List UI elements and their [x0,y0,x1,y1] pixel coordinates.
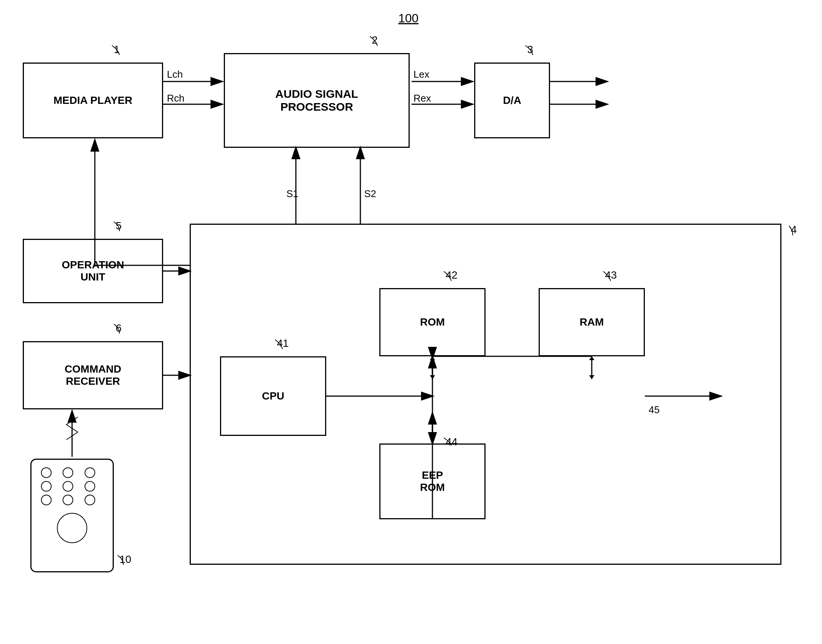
ram-block: RAM [539,288,645,356]
ref-42: 42 [446,269,457,281]
ram-label: RAM [580,316,604,328]
ref-6: 6 [116,322,122,334]
diagram-title: 100 [398,11,418,25]
eeprom-block: EEP ROM [379,443,486,519]
ref-10: 10 [119,553,131,566]
svg-text:Rch: Rch [167,92,184,104]
rom-block: ROM [379,288,486,356]
da-block: D/A [474,63,550,138]
cpu-label: CPU [262,390,284,402]
audio-signal-processor-block: AUDIO SIGNAL PROCESSOR [224,53,410,148]
media-player-block: MEDIA PLAYER [23,63,163,138]
svg-text:Lch: Lch [167,69,183,80]
svg-text:Lex: Lex [413,69,429,80]
command-receiver-block: COMMAND RECEIVER [23,341,163,409]
svg-text:S1: S1 [286,188,299,199]
eeprom-label: EEP ROM [420,469,445,494]
ref-41: 41 [277,337,289,349]
ref-1: 1 [114,44,120,56]
rom-label: ROM [420,316,445,328]
operation-unit-label: OPERATION UNIT [62,259,124,283]
remote-control [30,459,114,572]
media-player-label: MEDIA PLAYER [53,94,132,107]
operation-unit-block: OPERATION UNIT [23,239,163,303]
ref-43: 43 [605,269,617,281]
ref-2: 2 [372,34,378,46]
ref-3: 3 [527,44,533,56]
audio-signal-processor-label: AUDIO SIGNAL PROCESSOR [275,88,358,113]
svg-text:Rex: Rex [413,92,431,104]
command-receiver-label: COMMAND RECEIVER [64,363,121,387]
da-label: D/A [503,94,521,107]
cpu-block: CPU [220,356,326,436]
ref-5: 5 [116,220,122,232]
svg-text:S2: S2 [364,188,376,199]
ref-4: 4 [791,224,797,236]
ref-44: 44 [446,436,457,448]
